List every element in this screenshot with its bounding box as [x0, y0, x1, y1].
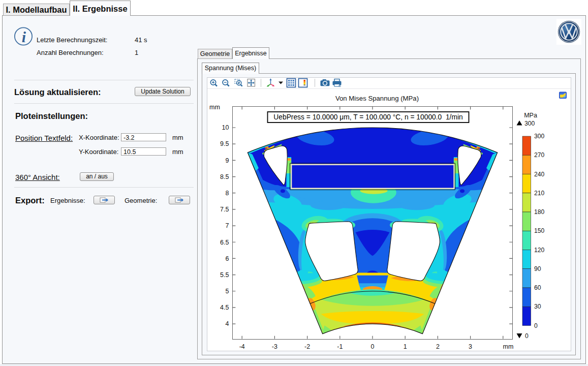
svg-text:MPa: MPa	[524, 112, 537, 119]
svg-text:180: 180	[534, 208, 545, 216]
svg-text:1: 1	[404, 343, 407, 350]
svg-text:3: 3	[469, 343, 472, 350]
svg-text:mm: mm	[209, 104, 220, 111]
svg-text:-2: -2	[304, 343, 310, 350]
svg-text:60: 60	[534, 284, 541, 291]
svg-text:Von Mises Spannung (MPa): Von Mises Spannung (MPa)	[335, 95, 419, 102]
svg-text:0: 0	[534, 322, 538, 329]
svg-text:0: 0	[525, 332, 529, 340]
svg-text:-4: -4	[239, 343, 245, 350]
svg-text:150: 150	[534, 227, 545, 234]
svg-text:5.5: 5.5	[220, 271, 229, 279]
svg-text:UebPress = 10.0000 μm, T = 100: UebPress = 10.0000 μm, T = 100.000 °C, n…	[273, 113, 462, 121]
svg-text:120: 120	[534, 247, 545, 254]
svg-text:300: 300	[524, 120, 535, 127]
svg-text:240: 240	[534, 171, 545, 178]
svg-text:mm: mm	[503, 343, 514, 350]
svg-text:7.5: 7.5	[220, 206, 229, 213]
svg-text:4.5: 4.5	[220, 304, 229, 311]
svg-text:2: 2	[436, 343, 440, 350]
svg-text:300: 300	[534, 133, 545, 140]
svg-text:6.5: 6.5	[220, 239, 229, 246]
svg-text:210: 210	[534, 190, 545, 197]
svg-text:9.5: 9.5	[220, 140, 229, 147]
svg-text:7: 7	[226, 222, 229, 229]
svg-text:30: 30	[534, 303, 541, 310]
svg-text:90: 90	[534, 265, 541, 272]
svg-text:5: 5	[226, 288, 229, 295]
svg-text:270: 270	[534, 151, 545, 159]
svg-text:i: i	[22, 28, 26, 45]
svg-text:-3: -3	[272, 343, 277, 350]
svg-text:-1: -1	[337, 343, 343, 350]
svg-text:8: 8	[226, 190, 229, 197]
svg-text:10: 10	[222, 124, 229, 131]
svg-text:0: 0	[371, 343, 375, 350]
svg-text:6: 6	[226, 255, 229, 262]
svg-text:8.5: 8.5	[220, 173, 229, 180]
svg-text:9: 9	[226, 157, 229, 164]
svg-text:4: 4	[226, 320, 229, 327]
